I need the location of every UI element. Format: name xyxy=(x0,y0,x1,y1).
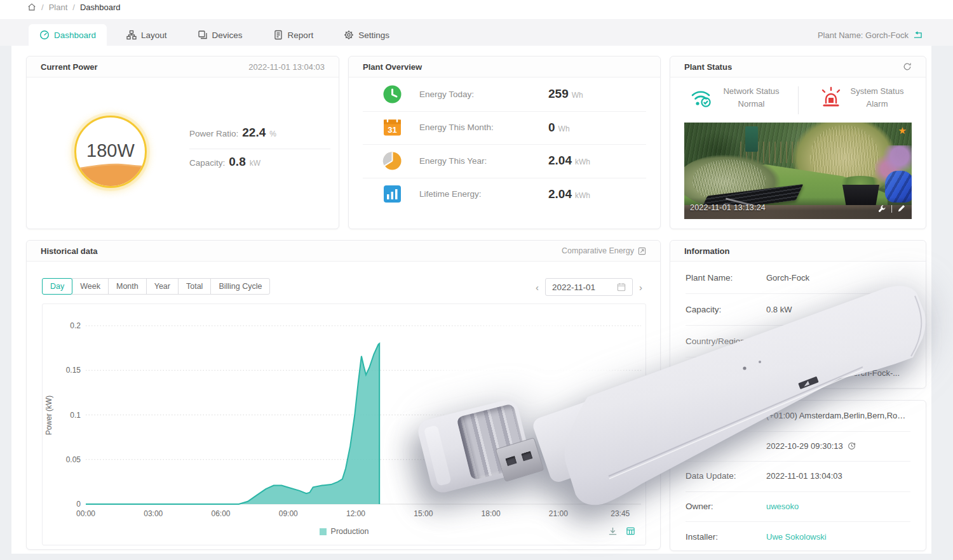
network-status-value: Normal xyxy=(738,99,765,109)
historical-title: Historical data xyxy=(41,246,98,256)
plant-status-title: Plant Status xyxy=(684,62,732,72)
power-gauge: 180W xyxy=(74,116,147,188)
comparative-energy-icon xyxy=(638,247,646,255)
comparative-energy-link[interactable]: Comparative Energy xyxy=(562,246,646,255)
settings-icon xyxy=(344,30,354,40)
network-status: Network Status Normal xyxy=(670,85,798,110)
switch-plant-icon[interactable] xyxy=(913,31,923,39)
svg-text:0: 0 xyxy=(76,500,81,509)
plant-overview-card: Plant Overview Energy Today:259Wh31Energ… xyxy=(348,56,661,229)
date-picker[interactable]: 2022-11-01 xyxy=(545,278,633,296)
period-week[interactable]: Week xyxy=(72,278,109,295)
period-day[interactable]: Day xyxy=(42,278,72,295)
tab-layout[interactable]: Layout xyxy=(116,24,178,46)
period-billing-cycle[interactable]: Billing Cycle xyxy=(210,278,270,295)
current-power-stat: Power Ratio:22.4% xyxy=(189,120,330,149)
overview-row: Energy Today:259Wh xyxy=(349,77,660,111)
svg-text:0.1: 0.1 xyxy=(70,411,81,420)
history-icon xyxy=(848,442,856,450)
clock-icon xyxy=(382,84,403,105)
chart-icon xyxy=(382,183,403,204)
info-row: Data Update:2022-11-01 13:04:03 xyxy=(670,461,926,491)
tab-report[interactable]: Report xyxy=(262,24,325,46)
legend-label: Production xyxy=(331,527,369,536)
report-icon xyxy=(273,30,283,40)
svg-text:06:00: 06:00 xyxy=(212,509,231,518)
overview-row: 31Energy This Month:0Wh xyxy=(349,111,660,145)
svg-text:21:00: 21:00 xyxy=(549,509,568,518)
production-chart: 00.050.10.150.200:0003:0006:0009:0012:00… xyxy=(42,303,646,545)
calendar-icon xyxy=(617,283,626,291)
information-card-2: (+01:00) Amsterdam,Berlin,Bern,Rome,St..… xyxy=(670,400,926,551)
tab-bar: DashboardLayoutDevicesReportSettings xyxy=(29,24,400,46)
tab-settings[interactable]: Settings xyxy=(333,24,400,46)
period-month[interactable]: Month xyxy=(108,278,147,295)
svg-text:03:00: 03:00 xyxy=(144,509,163,518)
wrench-icon[interactable] xyxy=(878,204,886,213)
photo-icons: | xyxy=(878,204,905,213)
chart-legend[interactable]: Production xyxy=(43,527,645,536)
svg-text:31: 31 xyxy=(388,125,396,135)
home-icon[interactable] xyxy=(27,3,36,11)
system-status-label: System Status xyxy=(851,86,904,96)
svg-text:00:00: 00:00 xyxy=(76,509,95,518)
refresh-icon[interactable] xyxy=(903,62,912,71)
overview-row: Energy This Year:2.04kWh xyxy=(349,144,660,178)
information-title: Information xyxy=(684,246,730,256)
plant-name-text: Plant Name: Gorch-Fock xyxy=(818,30,909,40)
star-icon[interactable]: ★ xyxy=(898,125,907,137)
photo-timestamp: 2022-11-01 13:13:24 xyxy=(690,203,766,212)
current-power-title: Current Power xyxy=(41,62,98,72)
tab-dashboard[interactable]: Dashboard xyxy=(29,24,107,46)
wifi-icon xyxy=(689,87,714,109)
info-row: Installer:Uwe Sokolowski xyxy=(670,521,926,552)
devices-icon xyxy=(198,30,208,40)
period-year[interactable]: Year xyxy=(146,278,179,295)
historical-data-card: Historical data Comparative Energy DayWe… xyxy=(26,240,661,550)
breadcrumb-plant[interactable]: Plant xyxy=(49,3,68,12)
breadcrumb-sep2: / xyxy=(72,3,75,12)
edit-icon[interactable] xyxy=(897,204,905,213)
top-band xyxy=(0,0,953,19)
current-power-timestamp: 2022-11-01 13:04:03 xyxy=(248,62,325,72)
prev-date-arrow[interactable]: ‹ xyxy=(536,282,539,293)
photo-towel xyxy=(745,126,758,152)
svg-text:15:00: 15:00 xyxy=(414,509,433,518)
svg-text:12:00: 12:00 xyxy=(346,509,365,518)
tab-devices[interactable]: Devices xyxy=(187,24,253,46)
info-row: Capacity:0.8 kW xyxy=(670,293,926,325)
information-card: Information Plant Name:Gorch-FockCapacit… xyxy=(670,240,926,389)
download-icon[interactable] xyxy=(608,526,618,536)
calendar-icon: 31 xyxy=(382,117,403,138)
date-navigation: ‹ 2022-11-01 › xyxy=(536,278,642,296)
plant-name-bar: Plant Name: Gorch-Fock xyxy=(818,24,923,46)
info-row: Country/Region: xyxy=(670,325,926,357)
breadcrumb-dashboard: Dashboard xyxy=(80,3,121,12)
current-power-value: 180W xyxy=(76,140,145,161)
layout-icon xyxy=(126,30,137,40)
info-row: Plant Name:Gorch-Fock xyxy=(670,262,926,293)
comparative-energy-label: Comparative Energy xyxy=(562,246,634,255)
next-date-arrow[interactable]: › xyxy=(639,282,642,293)
info-row: (+01:00) Amsterdam,Berlin,Bern,Rome,St..… xyxy=(670,401,926,431)
system-status: System Status Alarm xyxy=(798,85,926,110)
svg-text:0.05: 0.05 xyxy=(66,455,81,464)
overview-row: Lifetime Energy:2.04kWh xyxy=(349,178,660,211)
svg-text:Power (kW): Power (kW) xyxy=(44,396,53,436)
plant-overview-title: Plant Overview xyxy=(363,62,422,72)
period-selector: DayWeekMonthYearTotalBilling Cycle xyxy=(42,278,270,295)
table-icon[interactable] xyxy=(626,526,635,536)
period-total[interactable]: Total xyxy=(178,278,211,295)
breadcrumb: / Plant / Dashboard xyxy=(27,0,121,14)
dashboard-icon xyxy=(39,30,50,40)
svg-text:0.15: 0.15 xyxy=(66,366,81,375)
legend-swatch xyxy=(320,528,327,535)
svg-text:0.2: 0.2 xyxy=(70,321,81,330)
svg-text:23:45: 23:45 xyxy=(611,509,630,518)
breadcrumb-sep: / xyxy=(41,3,44,12)
plant-photo[interactable]: 2022-11-01 13:13:24 | ★ xyxy=(684,123,912,219)
info-row: Owner:uwesoko xyxy=(670,491,926,522)
pie-icon xyxy=(382,150,403,171)
svg-text:18:00: 18:00 xyxy=(482,509,501,518)
svg-text:09:00: 09:00 xyxy=(279,509,298,518)
